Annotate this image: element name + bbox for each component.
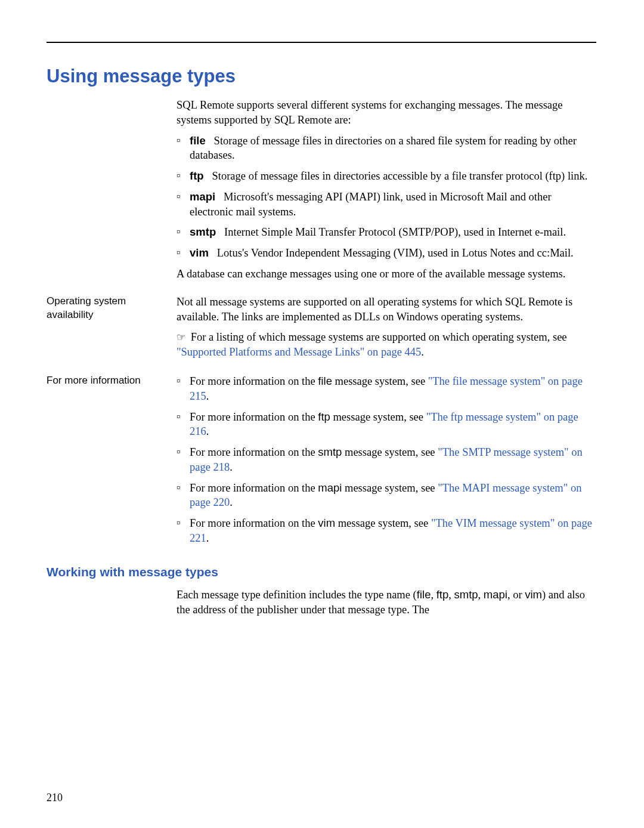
type-name: smtp xyxy=(190,225,216,238)
intro-text: SQL Remote supports several different sy… xyxy=(177,98,596,128)
working-t1: Each message type definition includes th… xyxy=(177,589,417,601)
more-info-code: vim xyxy=(318,517,335,529)
message-types-list: ¤file Storage of message files in direct… xyxy=(177,134,596,261)
bullet-body: file Storage of message files in directo… xyxy=(190,134,596,163)
sep2: , xyxy=(448,589,454,601)
message-type-item: ¤ftp Storage of message files in directo… xyxy=(177,169,596,184)
type-desc: Internet Simple Mail Transfer Protocol (… xyxy=(216,226,566,238)
more-info-item: ¤For more information on the vim message… xyxy=(177,516,596,546)
message-type-item: ¤mapi Microsoft's messaging API (MAPI) l… xyxy=(177,190,596,220)
pointing-hand-icon: ☞ xyxy=(177,332,185,343)
bullet-icon: ¤ xyxy=(177,246,190,261)
page-number: 210 xyxy=(47,792,63,804)
top-rule xyxy=(47,42,596,43)
type-desc: Microsoft's messaging API (MAPI) link, u… xyxy=(190,191,552,218)
sep3: , xyxy=(478,589,484,601)
more-info-item: ¤For more information on the ﬁle message… xyxy=(177,374,596,404)
content-area: SQL Remote supports several different sy… xyxy=(47,98,596,623)
page-title: Using message types xyxy=(47,66,596,87)
message-type-item: ¤file Storage of message files in direct… xyxy=(177,134,596,163)
note-prefix: For a listing of which message systems a… xyxy=(191,331,567,343)
type-desc: Storage of message files in directories … xyxy=(204,170,588,182)
more-info-suffix: . xyxy=(230,461,233,473)
more-info-prefix: For more information on the xyxy=(190,517,318,529)
bullet-body: For more information on the ftp message … xyxy=(190,410,596,440)
more-info-code: smtp xyxy=(318,446,342,458)
bullet-body: For more information on the mapi message… xyxy=(190,481,596,511)
more-info-code: mapi xyxy=(318,481,342,494)
more-info-body: ¤For more information on the ﬁle message… xyxy=(177,374,596,552)
more-info-item: ¤For more information on the ftp message… xyxy=(177,410,596,440)
type-name: ftp xyxy=(190,169,204,182)
type-name: file xyxy=(190,134,206,147)
more-info-row: For more information ¤For more informati… xyxy=(47,374,596,552)
after-types-text: A database can exchange messages using o… xyxy=(177,267,596,282)
more-info-suffix: . xyxy=(206,390,209,402)
note-suffix: . xyxy=(421,346,424,358)
more-info-mid: message system, see xyxy=(335,517,431,529)
more-info-list: ¤For more information on the ﬁle message… xyxy=(177,374,596,546)
message-type-item: ¤vim Lotus's Vendor Independent Messagin… xyxy=(177,246,596,261)
xref-supported-platforms[interactable]: "Supported Platforms and Message Links" … xyxy=(177,346,421,358)
os-availability-label: Operating system availability xyxy=(47,295,177,367)
more-info-prefix: For more information on the xyxy=(190,446,318,458)
working-t2: , or xyxy=(507,589,525,601)
more-info-item: ¤For more information on the smtp messag… xyxy=(177,445,596,475)
type-smtp: smtp xyxy=(454,588,478,601)
side-label-empty-2 xyxy=(47,588,177,623)
type-ftp: ftp xyxy=(436,588,449,601)
more-info-prefix: For more information on the xyxy=(190,482,318,494)
bullet-body: ftp Storage of message files in director… xyxy=(190,169,596,184)
more-info-prefix: For more information on the xyxy=(190,411,318,423)
more-info-suffix: . xyxy=(206,532,209,544)
type-file: ﬁle xyxy=(417,588,431,601)
bullet-icon: ¤ xyxy=(177,445,190,475)
message-type-item: ¤smtp Internet Simple Mail Transfer Prot… xyxy=(177,225,596,240)
more-info-item: ¤For more information on the mapi messag… xyxy=(177,481,596,511)
more-info-prefix: For more information on the xyxy=(190,375,318,387)
more-info-mid: message system, see xyxy=(342,482,438,494)
bullet-icon: ¤ xyxy=(177,481,190,511)
os-availability-text: Not all message systems are supported on… xyxy=(177,295,596,325)
more-info-mid: message system, see xyxy=(330,411,426,423)
side-label-empty xyxy=(47,98,177,288)
more-info-suffix: . xyxy=(206,425,209,437)
note-paragraph: ☞ For a listing of which message systems… xyxy=(177,330,596,360)
os-availability-row: Operating system availability Not all me… xyxy=(47,295,596,367)
type-desc: Lotus's Vendor Independent Messaging (VI… xyxy=(209,247,574,259)
bullet-icon: ¤ xyxy=(177,169,190,184)
bullet-icon: ¤ xyxy=(177,134,190,163)
intro-body: SQL Remote supports several different sy… xyxy=(177,98,596,288)
bullet-icon: ¤ xyxy=(177,225,190,240)
type-mapi: mapi xyxy=(484,588,507,601)
type-name: mapi xyxy=(190,190,215,203)
bullet-body: mapi Microsoft's messaging API (MAPI) li… xyxy=(190,190,596,220)
sep1: , xyxy=(431,589,436,601)
working-body: Each message type definition includes th… xyxy=(177,588,596,623)
working-text: Each message type definition includes th… xyxy=(177,588,596,617)
bullet-body: vim Lotus's Vendor Independent Messaging… xyxy=(190,246,596,261)
more-info-mid: message system, see xyxy=(332,375,428,387)
bullet-icon: ¤ xyxy=(177,190,190,220)
bullet-icon: ¤ xyxy=(177,516,190,546)
more-info-suffix: . xyxy=(230,496,233,508)
bullet-icon: ¤ xyxy=(177,410,190,440)
type-vim: vim xyxy=(525,588,542,601)
more-info-mid: message system, see xyxy=(342,446,438,458)
bullet-body: smtp Internet Simple Mail Transfer Proto… xyxy=(190,225,596,240)
bullet-body: For more information on the smtp message… xyxy=(190,445,596,475)
bullet-body: For more information on the vim message … xyxy=(190,516,596,546)
page: Using message types SQL Remote supports … xyxy=(0,0,644,828)
type-name: vim xyxy=(190,246,209,259)
intro-row: SQL Remote supports several different sy… xyxy=(47,98,596,288)
more-info-label: For more information xyxy=(47,374,177,552)
bullet-icon: ¤ xyxy=(177,374,190,404)
type-desc: Storage of message files in directories … xyxy=(190,135,577,162)
working-row: Each message type definition includes th… xyxy=(47,588,596,623)
bullet-body: For more information on the ﬁle message … xyxy=(190,374,596,404)
more-info-code: ﬁle xyxy=(318,375,332,387)
os-availability-body: Not all message systems are supported on… xyxy=(177,295,596,367)
more-info-code: ftp xyxy=(318,410,330,423)
subheading: Working with message types xyxy=(47,564,596,580)
